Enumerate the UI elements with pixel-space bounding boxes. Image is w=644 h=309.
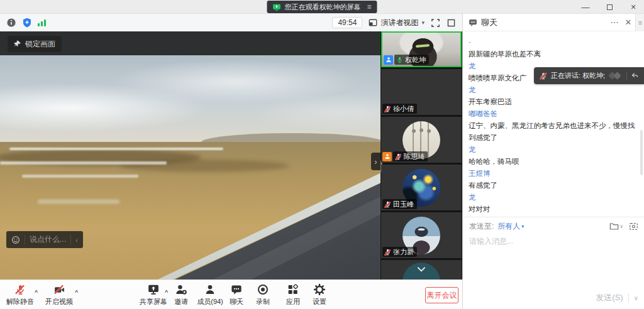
chat-button-label: 聊天 xyxy=(230,297,243,306)
leave-meeting-button[interactable]: 离开会议 xyxy=(425,287,458,303)
participant-name: 陈思琦 xyxy=(404,152,425,161)
scroll-more-chevron-icon[interactable] xyxy=(417,266,426,273)
meeting-window: 您正在观看权乾坤的屏幕 ≡ — ✕ 49:54 演讲者视图 ▾ xyxy=(0,0,644,309)
participant-tile[interactable]: 陈思琦 xyxy=(381,117,462,163)
shared-screen-stage: 锁定画面 说点什么... ‹ › xyxy=(0,31,380,279)
pinned-view-badge[interactable]: 锁定画面 xyxy=(8,36,62,52)
chat-sender: 龙 xyxy=(469,192,640,203)
quick-chat-bar[interactable]: 说点什么... ‹ xyxy=(6,231,83,248)
host-badge-icon xyxy=(382,152,392,161)
member-badge-icon xyxy=(384,55,393,65)
chat-scrollbar[interactable] xyxy=(640,130,643,175)
mic-muted-icon xyxy=(384,249,391,256)
chat-message: 有感觉了 xyxy=(469,180,640,192)
settings-button[interactable]: 设置 xyxy=(301,283,338,306)
send-to-label: 发送至: xyxy=(469,221,494,232)
record-label: 录制 xyxy=(256,297,270,306)
start-video-button[interactable]: 开启视频 xyxy=(40,283,78,306)
title-bar: 您正在观看权乾坤的屏幕 ≡ — ✕ xyxy=(0,0,644,14)
participant-tile[interactable]: 田玉峰 xyxy=(381,165,462,210)
fullscreen-icon[interactable] xyxy=(431,18,440,28)
chat-icon xyxy=(231,284,242,295)
chat-sender: 王煜博 xyxy=(469,168,640,180)
start-video-label: 开启视频 xyxy=(45,297,73,306)
chat-sender: 龙 xyxy=(469,84,640,96)
unmute-label: 解除静音 xyxy=(6,297,34,306)
panel-menu-handle[interactable]: ≡ xyxy=(635,14,644,31)
video-options-caret[interactable]: ^ xyxy=(75,289,78,295)
quick-chat-placeholder: 说点什么... xyxy=(30,234,66,245)
maximize-icon xyxy=(607,4,613,10)
badge-menu-icon[interactable]: ≡ xyxy=(367,3,371,11)
chat-header: 聊天 ⋯ ✕ ≡ xyxy=(463,14,644,31)
watching-badge-text: 您正在观看权乾坤的屏幕 xyxy=(284,3,360,12)
participant-name: 徐小倩 xyxy=(393,104,414,114)
chat-message: 辽宁、内蒙、黑龙江的考古兄弟也进来不少，慢慢找到感觉了 xyxy=(469,120,640,144)
mic-options-caret[interactable]: ^ xyxy=(35,289,38,295)
chat-message-list: · 跟新疆的草原也差不离 龙 啧啧啧草原文化广 龙 开车考察巴适 嘟嘟爸爸 辽宁… xyxy=(463,32,644,230)
meeting-controls-toolbar: 解除静音 ^ 开启视频 ^ 共享屏幕 ^ 邀请 成员(94) 聊天 录制 xyxy=(0,279,462,309)
send-button-group: 发送(S) ∨ xyxy=(596,292,638,303)
view-controls: 49:54 演讲者视图 ▾ xyxy=(332,17,456,28)
participant-strip: 权乾坤 徐小倩 陈思琦 田 xyxy=(380,31,462,279)
send-options-caret-icon[interactable]: ∨ xyxy=(634,295,638,301)
participant-name: 张力新 xyxy=(393,247,414,257)
members-icon xyxy=(204,284,216,295)
mic-muted-icon xyxy=(540,72,547,80)
window-layout-icon[interactable] xyxy=(447,18,456,28)
layout-icon xyxy=(369,18,377,27)
participant-strip-toggle[interactable]: › xyxy=(371,153,380,170)
view-mode-label: 演讲者视图 xyxy=(380,18,418,28)
chat-message: 开车考察巴适 xyxy=(469,96,640,108)
chat-sender: 嘟嘟爸爸 xyxy=(469,108,640,120)
chat-message-input[interactable] xyxy=(469,237,638,246)
mic-muted-icon xyxy=(384,106,391,112)
chat-more-button[interactable]: ⋯ xyxy=(608,14,621,31)
view-mode-caret-icon: ▾ xyxy=(421,19,425,26)
speaking-toast-text: 正在讲话: 权乾坤; xyxy=(551,71,605,80)
meeting-info-icon[interactable] xyxy=(6,18,16,28)
share-screen-icon xyxy=(148,284,159,295)
chat-message: · xyxy=(469,36,640,48)
speaking-toast: 正在讲话: 权乾坤; xyxy=(534,67,644,84)
participant-tile[interactable]: 张力新 xyxy=(381,212,462,258)
quick-chat-collapse-icon[interactable]: ‹ xyxy=(75,236,78,244)
participant-tile[interactable]: 权乾坤 xyxy=(381,31,462,67)
participant-name: 田玉峰 xyxy=(393,200,414,209)
pin-icon xyxy=(14,40,21,48)
send-button[interactable]: 发送(S) xyxy=(596,292,623,303)
chat-close-button[interactable]: ✕ xyxy=(621,14,635,31)
meeting-info-toolbar: 49:54 演讲者视图 ▾ xyxy=(0,14,462,31)
window-controls: — ✕ xyxy=(581,0,638,14)
close-button[interactable]: ✕ xyxy=(629,3,638,11)
chat-panel: 聊天 ⋯ ✕ ≡ · 跟新疆的草原也差不离 龙 啧啧啧草原文化广 龙 开车考察巴… xyxy=(462,14,644,309)
send-to-selector[interactable]: 所有人 ▾ xyxy=(497,221,524,232)
reaction-icons[interactable] xyxy=(609,72,623,80)
maximize-button[interactable] xyxy=(605,3,614,11)
screenshot-icon[interactable] xyxy=(629,222,638,231)
view-mode-selector[interactable]: 演讲者视图 ▾ xyxy=(369,18,425,28)
chat-message: 对对对 xyxy=(469,203,640,215)
watching-screen-badge: 您正在观看权乾坤的屏幕 ≡ xyxy=(267,1,377,13)
invite-icon xyxy=(175,284,187,295)
reply-arrow-icon[interactable] xyxy=(631,72,639,80)
settings-label: 设置 xyxy=(313,297,326,306)
participant-tile[interactable]: 徐小倩 xyxy=(381,69,462,115)
record-icon xyxy=(257,284,269,295)
mic-on-icon xyxy=(396,57,403,63)
camera-off-icon xyxy=(54,285,65,295)
unmute-button[interactable]: 解除静音 xyxy=(1,283,39,306)
minimize-button[interactable]: — xyxy=(581,3,590,11)
security-shield-icon[interactable] xyxy=(22,18,32,28)
folder-icon xyxy=(609,222,619,231)
screen-cast-icon xyxy=(272,4,280,11)
participant-name: 权乾坤 xyxy=(405,55,426,65)
participant-tile-partial[interactable] xyxy=(381,260,462,279)
mic-muted-icon xyxy=(395,153,402,160)
chat-sender: 龙 xyxy=(469,144,640,156)
network-signal-icon[interactable] xyxy=(38,19,46,26)
send-file-button[interactable]: ∨ xyxy=(609,222,623,231)
file-caret-icon: ∨ xyxy=(619,224,623,229)
emoji-icon[interactable] xyxy=(11,236,20,244)
send-to-caret-icon: ▾ xyxy=(521,224,524,229)
